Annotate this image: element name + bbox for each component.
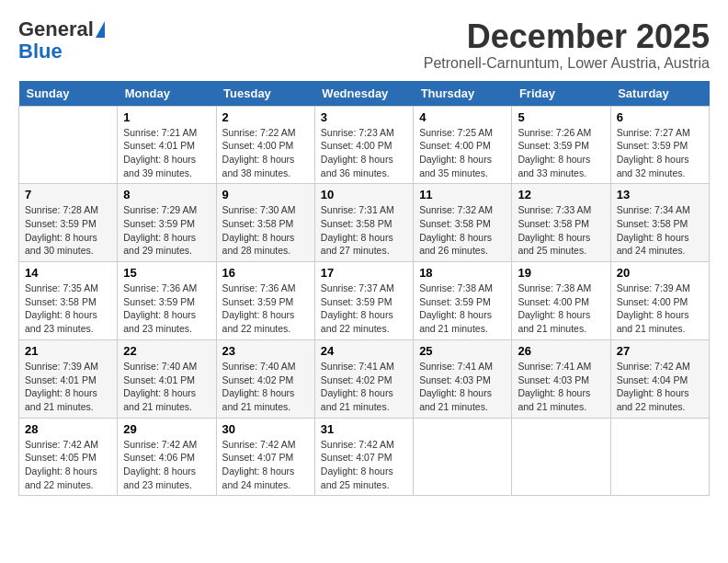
calendar-cell: 28Sunrise: 7:42 AM Sunset: 4:05 PM Dayli… [19,418,118,496]
weekday-header-saturday: Saturday [610,81,709,107]
day-number: 13 [617,188,703,201]
calendar-cell: 4Sunrise: 7:25 AM Sunset: 4:00 PM Daylig… [414,106,512,184]
logo: General Blue [18,18,105,63]
calendar-table: SundayMondayTuesdayWednesdayThursdayFrid… [18,81,710,497]
page-subtitle: Petronell-Carnuntum, Lower Austria, Aust… [424,55,710,72]
day-info: Sunrise: 7:42 AM Sunset: 4:04 PM Dayligh… [617,360,703,414]
day-info: Sunrise: 7:42 AM Sunset: 4:05 PM Dayligh… [25,438,111,492]
calendar-cell: 7Sunrise: 7:28 AM Sunset: 3:59 PM Daylig… [19,184,118,262]
calendar-cell: 24Sunrise: 7:41 AM Sunset: 4:02 PM Dayli… [314,339,413,418]
day-info: Sunrise: 7:36 AM Sunset: 3:59 PM Dayligh… [222,282,309,336]
calendar-week-1: 1Sunrise: 7:21 AM Sunset: 4:01 PM Daylig… [19,106,710,184]
day-number: 25 [419,344,506,358]
calendar-week-3: 14Sunrise: 7:35 AM Sunset: 3:58 PM Dayli… [19,262,710,340]
calendar-week-5: 28Sunrise: 7:42 AM Sunset: 4:05 PM Dayli… [19,418,710,496]
calendar-cell: 27Sunrise: 7:42 AM Sunset: 4:04 PM Dayli… [610,339,709,418]
weekday-header-sunday: Sunday [19,81,118,107]
logo-triangle-icon [96,21,105,38]
weekday-header-friday: Friday [512,81,610,107]
calendar-cell: 11Sunrise: 7:32 AM Sunset: 3:58 PM Dayli… [414,184,512,262]
day-info: Sunrise: 7:42 AM Sunset: 4:07 PM Dayligh… [222,438,309,492]
day-number: 8 [123,188,210,201]
calendar-cell: 9Sunrise: 7:30 AM Sunset: 3:58 PM Daylig… [216,184,314,262]
calendar-cell: 8Sunrise: 7:29 AM Sunset: 3:59 PM Daylig… [118,184,216,262]
calendar-cell: 20Sunrise: 7:39 AM Sunset: 4:00 PM Dayli… [610,262,709,340]
calendar-cell: 12Sunrise: 7:33 AM Sunset: 3:58 PM Dayli… [512,184,610,262]
calendar-cell: 15Sunrise: 7:36 AM Sunset: 3:59 PM Dayli… [118,262,216,340]
day-number: 17 [321,266,407,280]
day-info: Sunrise: 7:38 AM Sunset: 3:59 PM Dayligh… [419,282,506,336]
day-info: Sunrise: 7:40 AM Sunset: 4:01 PM Dayligh… [123,360,210,414]
calendar-cell [19,106,118,184]
day-info: Sunrise: 7:31 AM Sunset: 3:58 PM Dayligh… [321,203,407,258]
weekday-header-row: SundayMondayTuesdayWednesdayThursdayFrid… [19,81,710,107]
day-info: Sunrise: 7:41 AM Sunset: 4:02 PM Dayligh… [321,360,407,414]
day-info: Sunrise: 7:28 AM Sunset: 3:59 PM Dayligh… [25,203,111,258]
calendar-cell: 16Sunrise: 7:36 AM Sunset: 3:59 PM Dayli… [216,262,314,340]
day-info: Sunrise: 7:23 AM Sunset: 4:00 PM Dayligh… [321,126,407,180]
day-number: 2 [222,110,309,124]
day-info: Sunrise: 7:42 AM Sunset: 4:06 PM Dayligh… [123,438,210,492]
calendar-cell: 17Sunrise: 7:37 AM Sunset: 3:59 PM Dayli… [314,262,413,340]
calendar-cell: 31Sunrise: 7:42 AM Sunset: 4:07 PM Dayli… [314,418,413,496]
calendar-cell: 5Sunrise: 7:26 AM Sunset: 3:59 PM Daylig… [512,106,610,184]
day-number: 11 [419,188,506,201]
day-info: Sunrise: 7:21 AM Sunset: 4:01 PM Dayligh… [123,126,210,180]
day-number: 12 [518,188,604,201]
day-info: Sunrise: 7:40 AM Sunset: 4:02 PM Dayligh… [222,360,309,414]
day-number: 31 [321,422,407,436]
day-number: 26 [518,344,604,358]
calendar-cell: 29Sunrise: 7:42 AM Sunset: 4:06 PM Dayli… [118,418,216,496]
day-info: Sunrise: 7:36 AM Sunset: 3:59 PM Dayligh… [123,282,210,336]
calendar-cell: 23Sunrise: 7:40 AM Sunset: 4:02 PM Dayli… [216,339,314,418]
day-number: 14 [25,266,111,280]
calendar-cell: 30Sunrise: 7:42 AM Sunset: 4:07 PM Dayli… [216,418,314,496]
weekday-header-tuesday: Tuesday [216,81,314,107]
weekday-header-wednesday: Wednesday [314,81,413,107]
day-info: Sunrise: 7:34 AM Sunset: 3:58 PM Dayligh… [617,203,703,258]
day-info: Sunrise: 7:26 AM Sunset: 3:59 PM Dayligh… [518,126,604,180]
calendar-cell: 10Sunrise: 7:31 AM Sunset: 3:58 PM Dayli… [314,184,413,262]
calendar-cell: 13Sunrise: 7:34 AM Sunset: 3:58 PM Dayli… [610,184,709,262]
day-number: 28 [25,422,111,436]
weekday-header-monday: Monday [118,81,216,107]
day-number: 5 [518,110,604,124]
calendar-cell: 2Sunrise: 7:22 AM Sunset: 4:00 PM Daylig… [216,106,314,184]
day-number: 4 [419,110,506,124]
day-info: Sunrise: 7:39 AM Sunset: 4:00 PM Dayligh… [617,282,703,336]
day-info: Sunrise: 7:38 AM Sunset: 4:00 PM Dayligh… [518,282,604,336]
weekday-header-thursday: Thursday [414,81,512,107]
day-info: Sunrise: 7:41 AM Sunset: 4:03 PM Dayligh… [518,360,604,414]
day-number: 27 [617,344,703,358]
logo-general: General [18,18,94,40]
day-number: 21 [25,344,111,358]
day-number: 19 [518,266,604,280]
calendar-cell [512,418,610,496]
day-number: 7 [25,188,111,201]
calendar-cell: 19Sunrise: 7:38 AM Sunset: 4:00 PM Dayli… [512,262,610,340]
title-block: December 2025 Petronell-Carnuntum, Lower… [424,18,710,72]
calendar-cell: 3Sunrise: 7:23 AM Sunset: 4:00 PM Daylig… [314,106,413,184]
day-number: 20 [617,266,703,280]
calendar-cell [610,418,709,496]
day-number: 1 [123,110,210,124]
day-info: Sunrise: 7:42 AM Sunset: 4:07 PM Dayligh… [321,438,407,492]
day-number: 22 [123,344,210,358]
day-number: 24 [321,344,407,358]
calendar-week-2: 7Sunrise: 7:28 AM Sunset: 3:59 PM Daylig… [19,184,710,262]
day-info: Sunrise: 7:25 AM Sunset: 4:00 PM Dayligh… [419,126,506,180]
calendar-cell [414,418,512,496]
day-info: Sunrise: 7:33 AM Sunset: 3:58 PM Dayligh… [518,203,604,258]
calendar-cell: 6Sunrise: 7:27 AM Sunset: 3:59 PM Daylig… [610,106,709,184]
day-info: Sunrise: 7:29 AM Sunset: 3:59 PM Dayligh… [123,203,210,258]
calendar-cell: 1Sunrise: 7:21 AM Sunset: 4:01 PM Daylig… [118,106,216,184]
day-info: Sunrise: 7:30 AM Sunset: 3:58 PM Dayligh… [222,203,309,258]
day-number: 9 [222,188,309,201]
calendar-cell: 22Sunrise: 7:40 AM Sunset: 4:01 PM Dayli… [118,339,216,418]
calendar-week-4: 21Sunrise: 7:39 AM Sunset: 4:01 PM Dayli… [19,339,710,418]
calendar-cell: 14Sunrise: 7:35 AM Sunset: 3:58 PM Dayli… [19,262,118,340]
day-info: Sunrise: 7:41 AM Sunset: 4:03 PM Dayligh… [419,360,506,414]
day-info: Sunrise: 7:22 AM Sunset: 4:00 PM Dayligh… [222,126,309,180]
calendar-cell: 18Sunrise: 7:38 AM Sunset: 3:59 PM Dayli… [414,262,512,340]
day-info: Sunrise: 7:39 AM Sunset: 4:01 PM Dayligh… [25,360,111,414]
